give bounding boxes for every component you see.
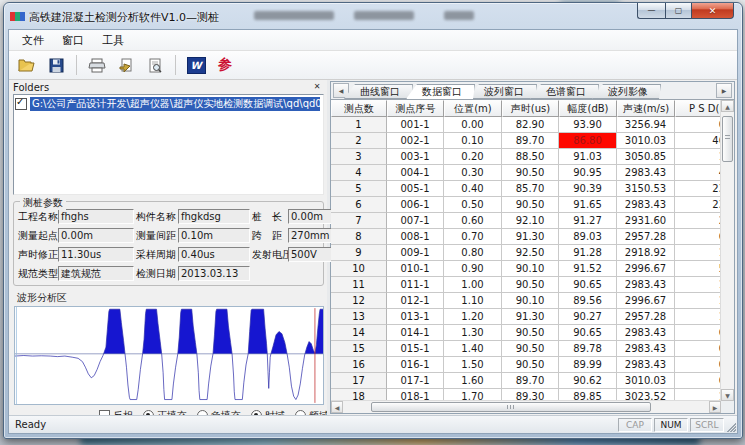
table-cell[interactable]: 011-1	[387, 277, 444, 293]
table-cell[interactable]: 89.70	[502, 133, 559, 149]
tab-数据窗口[interactable]: 数据窗口	[406, 84, 475, 99]
table-cell[interactable]: 0.80	[444, 245, 502, 261]
table-body[interactable]: 1001-10.0082.9093.903256.940.002002-10.1…	[331, 117, 721, 401]
table-cell[interactable]: 2918.92	[617, 245, 675, 261]
table-cell[interactable]: 1.60	[444, 373, 502, 389]
table-cell[interactable]: 14.4	[675, 245, 721, 261]
column-header[interactable]: 测点序号	[387, 100, 444, 117]
menu-item[interactable]: 工具	[93, 31, 133, 50]
table-cell[interactable]: 008-1	[387, 229, 444, 245]
table-cell[interactable]: 1.30	[444, 325, 502, 341]
table-cell[interactable]: 9	[331, 245, 387, 261]
column-header[interactable]: 声速(m/s)	[617, 100, 675, 117]
param-value-field[interactable]: 建筑规范	[58, 266, 134, 281]
param-value-field[interactable]: fhgkdsg	[178, 209, 250, 224]
table-cell[interactable]: 003-1	[387, 149, 444, 165]
table-cell[interactable]: 7	[331, 213, 387, 229]
table-cell[interactable]: 90.65	[559, 277, 617, 293]
table-cell[interactable]: 2983.43	[617, 357, 675, 373]
tab-波列影像[interactable]: 波列影像	[592, 84, 661, 99]
table-cell[interactable]: 82.90	[502, 117, 559, 133]
table-cell[interactable]: 17	[331, 373, 387, 389]
table-cell[interactable]: 230.4	[675, 181, 721, 197]
table-cell[interactable]: 1.10	[444, 293, 502, 309]
scroll-down-icon[interactable]: ▼	[721, 389, 734, 401]
param-value-field[interactable]: 2013.03.13	[178, 266, 250, 281]
table-cell[interactable]: 1.60	[675, 293, 721, 309]
folder-list[interactable]: G:\公司产品设计开发\超声仪器\超声仪实地检测数据调试\qd\qd03\qd0…	[13, 94, 324, 195]
table-cell[interactable]: 6.40	[675, 325, 721, 341]
table-cell[interactable]: 1.40	[444, 341, 502, 357]
table-cell[interactable]: 85.70	[502, 181, 559, 197]
minimize-button[interactable]: —	[637, 3, 665, 19]
table-cell[interactable]: 90.50	[502, 357, 559, 373]
table-cell[interactable]: 2996.67	[617, 293, 675, 309]
export-icon[interactable]	[114, 54, 138, 76]
table-cell[interactable]: 89.03	[559, 229, 617, 245]
param-value-field[interactable]: 11.30us	[58, 247, 134, 262]
table-cell[interactable]: 91.30	[502, 229, 559, 245]
param-value-field[interactable]: 0.40us	[178, 247, 250, 262]
table-cell[interactable]: 89.56	[559, 293, 617, 309]
parameters-icon[interactable]: 参	[213, 54, 237, 76]
table-cell[interactable]: 92.50	[502, 245, 559, 261]
table-cell[interactable]: 14.4	[675, 309, 721, 325]
tab-波列窗口[interactable]: 波列窗口	[468, 84, 537, 99]
table-cell[interactable]: 57.6	[675, 261, 721, 277]
table-cell[interactable]: 0.50	[444, 197, 502, 213]
menu-item[interactable]: 文件	[13, 31, 53, 50]
table-cell[interactable]: 016-1	[387, 357, 444, 373]
table-cell[interactable]: 0.90	[444, 261, 502, 277]
table-row[interactable]: 6006-10.5090.5091.652983.43230.4	[331, 197, 721, 213]
column-header[interactable]: 幅度(dB)	[559, 100, 617, 117]
table-cell[interactable]: 11	[331, 277, 387, 293]
table-cell[interactable]: 009-1	[387, 245, 444, 261]
table-row[interactable]: 15015-11.4090.5089.782983.430.00	[331, 341, 721, 357]
horizontal-scrollbar[interactable]: ◀ ▶	[331, 400, 721, 413]
table-cell[interactable]: 0.30	[444, 165, 502, 181]
column-header[interactable]: 位置(m)	[444, 100, 502, 117]
table-row[interactable]: 14014-11.3090.5090.652983.436.40	[331, 325, 721, 341]
column-header[interactable]: P S D(us	[675, 100, 721, 117]
table-cell[interactable]: 0.40	[444, 181, 502, 197]
table-cell[interactable]: 1.00	[444, 277, 502, 293]
table-row[interactable]: 8008-10.7091.3089.032957.286.40	[331, 229, 721, 245]
table-cell[interactable]: 10	[331, 261, 387, 277]
table-cell[interactable]: 3150.53	[617, 181, 675, 197]
table-cell[interactable]: 012-1	[387, 293, 444, 309]
table-cell[interactable]: 2931.60	[617, 213, 675, 229]
table-cell[interactable]: 1.60	[675, 277, 721, 293]
table-cell[interactable]: 90.50	[502, 341, 559, 357]
table-cell[interactable]: 3256.94	[617, 117, 675, 133]
table-cell[interactable]: 88.50	[502, 149, 559, 165]
table-cell[interactable]: 1.20	[444, 309, 502, 325]
table-cell[interactable]: 004-1	[387, 165, 444, 181]
table-cell[interactable]: 0.00	[675, 341, 721, 357]
maximize-button[interactable]: ▢	[665, 3, 692, 19]
table-cell[interactable]: 90.50	[502, 165, 559, 181]
param-value-field[interactable]: fhghs	[58, 209, 134, 224]
table-cell[interactable]: 91.28	[559, 245, 617, 261]
table-cell[interactable]: 0.10	[444, 133, 502, 149]
scroll-left-icon[interactable]: ◀	[331, 401, 343, 413]
table-cell[interactable]: 91.52	[559, 261, 617, 277]
list-item[interactable]: G:\公司产品设计开发\超声仪器\超声仪实地检测数据调试\qd\qd03\qd0…	[15, 97, 322, 110]
tab-色谱窗口[interactable]: 色谱窗口	[530, 84, 599, 99]
table-cell[interactable]: 91.30	[502, 309, 559, 325]
print-icon[interactable]	[85, 54, 109, 76]
pane-close-icon[interactable]: ✕	[310, 81, 324, 94]
table-cell[interactable]: 3	[331, 149, 387, 165]
table-cell[interactable]: 0.20	[444, 149, 502, 165]
table-cell[interactable]: 2957.28	[617, 229, 675, 245]
table-cell[interactable]: 6.40	[675, 373, 721, 389]
table-cell[interactable]: 89.70	[502, 373, 559, 389]
table-cell[interactable]: 230.4	[675, 197, 721, 213]
table-cell[interactable]: 002-1	[387, 133, 444, 149]
table-cell[interactable]: 1.50	[444, 357, 502, 373]
table-cell[interactable]: 90.50	[502, 325, 559, 341]
table-cell[interactable]: 90.39	[559, 181, 617, 197]
menu-item[interactable]: 窗口	[53, 31, 93, 50]
vertical-scroll-thumb[interactable]	[722, 116, 733, 162]
table-cell[interactable]: 12	[331, 293, 387, 309]
table-cell[interactable]: 2957.28	[617, 309, 675, 325]
